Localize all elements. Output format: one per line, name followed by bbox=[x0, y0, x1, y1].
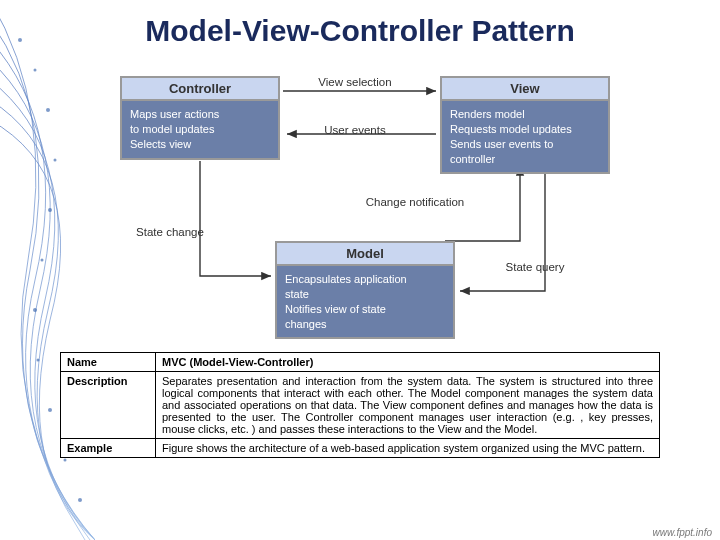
controller-head: Controller bbox=[122, 78, 278, 101]
mvc-diagram: Controller Maps user actions to model up… bbox=[90, 66, 630, 346]
svg-point-9 bbox=[64, 459, 67, 462]
view-box: View Renders model Requests model update… bbox=[440, 76, 610, 174]
footer-watermark: www.fppt.info bbox=[653, 527, 712, 538]
cell-value: Separates presentation and interaction f… bbox=[156, 372, 660, 439]
model-box: Model Encapsulates application state Not… bbox=[275, 241, 455, 339]
table-row: Description Separates presentation and i… bbox=[61, 372, 660, 439]
pattern-table: Name MVC (Model-View-Controller) Descrip… bbox=[60, 352, 660, 458]
view-head: View bbox=[442, 78, 608, 101]
cell-key: Name bbox=[61, 353, 156, 372]
table-row: Example Figure shows the architecture of… bbox=[61, 439, 660, 458]
cell-key: Example bbox=[61, 439, 156, 458]
label-state-change: State change bbox=[130, 226, 210, 240]
controller-body: Maps user actions to model updates Selec… bbox=[122, 101, 278, 158]
slide-title: Model-View-Controller Pattern bbox=[0, 0, 720, 48]
view-body: Renders model Requests model updates Sen… bbox=[442, 101, 608, 172]
model-body: Encapsulates application state Notifies … bbox=[277, 266, 453, 337]
svg-point-10 bbox=[78, 498, 82, 502]
table-row: Name MVC (Model-View-Controller) bbox=[61, 353, 660, 372]
controller-box: Controller Maps user actions to model up… bbox=[120, 76, 280, 160]
cell-value: MVC (Model-View-Controller) bbox=[156, 353, 660, 372]
model-head: Model bbox=[277, 243, 453, 266]
label-view-selection: View selection bbox=[295, 76, 415, 90]
label-change-notification: Change notification bbox=[365, 196, 465, 210]
label-state-query: State query bbox=[490, 261, 580, 275]
label-user-events: User events bbox=[295, 124, 415, 138]
cell-value: Figure shows the architecture of a web-b… bbox=[156, 439, 660, 458]
cell-key: Description bbox=[61, 372, 156, 439]
